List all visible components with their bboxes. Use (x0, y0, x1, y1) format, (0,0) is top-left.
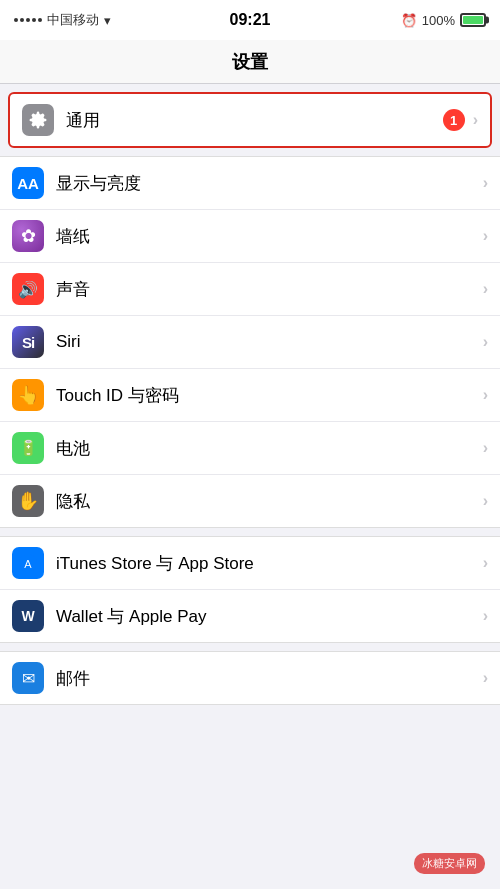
chevron-icon5: › (483, 386, 488, 404)
touchid-label: Touch ID 与密码 (56, 384, 483, 407)
general-label: 通用 (66, 109, 443, 132)
gear-icon (28, 110, 48, 130)
time-label: 09:21 (230, 11, 271, 29)
siri-label: Siri (56, 332, 483, 352)
settings-row-display[interactable]: AA 显示与亮度 › (0, 157, 500, 210)
chevron-icon7: › (483, 492, 488, 510)
settings-content: 通用 1 › AA 显示与亮度 › ✿ 墙纸 › 🔊 声音 › Si Siri … (0, 84, 500, 889)
nav-bar: 设置 (0, 40, 500, 84)
settings-row-wallet[interactable]: W Wallet 与 Apple Pay › (0, 590, 500, 642)
settings-row-privacy[interactable]: ✋ 隐私 › (0, 475, 500, 527)
chevron-icon: › (483, 174, 488, 192)
chevron-right-icon: › (473, 111, 478, 129)
display-label: 显示与亮度 (56, 172, 483, 195)
carrier-label: 中国移动 (47, 11, 99, 29)
settings-group-apps: ✉ 邮件 › (0, 651, 500, 705)
settings-group-display: AA 显示与亮度 › ✿ 墙纸 › 🔊 声音 › Si Siri › 👆 Tou… (0, 156, 500, 528)
highlighted-section: 通用 1 › (8, 92, 492, 148)
chevron-icon9: › (483, 607, 488, 625)
battery-row-icon: 🔋 (12, 432, 44, 464)
status-right: ⏰ 100% (401, 13, 486, 28)
chevron-icon10: › (483, 669, 488, 687)
chevron-icon8: › (483, 554, 488, 572)
general-icon (22, 104, 54, 136)
battery-label: 电池 (56, 437, 483, 460)
settings-row-siri[interactable]: Si Siri › (0, 316, 500, 369)
settings-row-wallpaper[interactable]: ✿ 墙纸 › (0, 210, 500, 263)
battery-fill (463, 16, 483, 24)
app-store-svg: A (18, 553, 38, 573)
settings-row-general[interactable]: 通用 1 › (10, 94, 490, 146)
mail-label: 邮件 (56, 667, 483, 690)
wallpaper-icon: ✿ (12, 220, 44, 252)
nav-title: 设置 (232, 50, 268, 74)
chevron-icon2: › (483, 227, 488, 245)
itunes-icon: A (12, 547, 44, 579)
signal-dots (14, 18, 42, 22)
sound-icon: 🔊 (12, 273, 44, 305)
wifi-icon: ▾ (104, 13, 111, 28)
wallet-icon: W (12, 600, 44, 632)
battery-percent: 100% (422, 13, 455, 28)
display-icon: AA (12, 167, 44, 199)
sound-label: 声音 (56, 278, 483, 301)
chevron-icon6: › (483, 439, 488, 457)
general-badge: 1 (443, 109, 465, 131)
privacy-label: 隐私 (56, 490, 483, 513)
settings-row-touchid[interactable]: 👆 Touch ID 与密码 › (0, 369, 500, 422)
settings-row-battery[interactable]: 🔋 电池 › (0, 422, 500, 475)
alarm-icon: ⏰ (401, 13, 417, 28)
siri-icon: Si (12, 326, 44, 358)
wallet-label: Wallet 与 Apple Pay (56, 605, 483, 628)
chevron-icon3: › (483, 280, 488, 298)
status-bar: 中国移动 ▾ 09:21 ⏰ 100% (0, 0, 500, 40)
wallpaper-label: 墙纸 (56, 225, 483, 248)
settings-row-mail[interactable]: ✉ 邮件 › (0, 652, 500, 704)
mail-icon: ✉ (12, 662, 44, 694)
touchid-icon: 👆 (12, 379, 44, 411)
itunes-label: iTunes Store 与 App Store (56, 552, 483, 575)
chevron-icon4: › (483, 333, 488, 351)
svg-text:A: A (24, 558, 32, 570)
status-left: 中国移动 ▾ (14, 11, 111, 29)
bottom-logo: 冰糖安卓网 (414, 853, 485, 874)
privacy-icon: ✋ (12, 485, 44, 517)
battery-icon (460, 13, 486, 27)
settings-row-itunes[interactable]: A iTunes Store 与 App Store › (0, 537, 500, 590)
settings-group-store: A iTunes Store 与 App Store › W Wallet 与 … (0, 536, 500, 643)
settings-row-sound[interactable]: 🔊 声音 › (0, 263, 500, 316)
